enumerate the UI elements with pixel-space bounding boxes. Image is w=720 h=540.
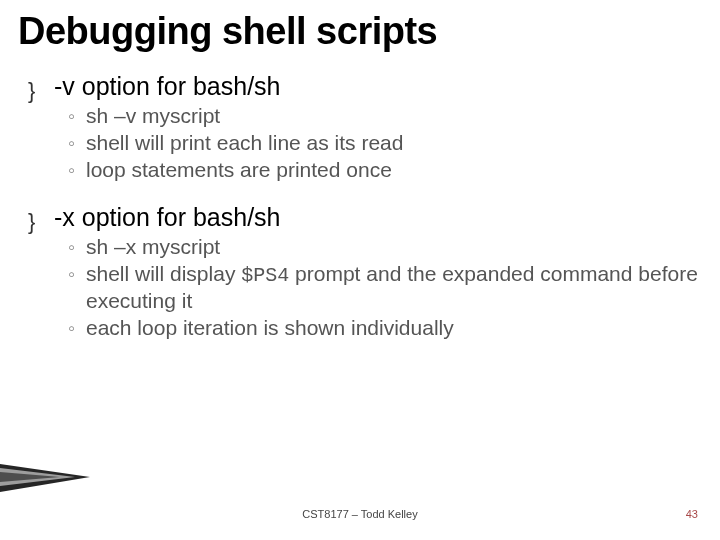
sub-bullet-text: sh –v myscript xyxy=(86,103,220,130)
sub-bullet-text: shell will print each line as its read xyxy=(86,130,403,157)
sub-bullet-icon: ◦ xyxy=(68,105,86,128)
sub-bullet-icon: ◦ xyxy=(68,263,86,286)
bullet-text: -v option for bash/sh xyxy=(54,71,281,101)
sub-bullet-text: sh –x myscript xyxy=(86,234,220,261)
slide-footer: CST8177 – Todd Kelley 43 xyxy=(0,508,720,520)
bullet-level1: } -x option for bash/sh xyxy=(28,202,702,232)
bullet-level2: ◦ each loop iteration is shown individua… xyxy=(68,315,702,342)
svg-marker-2 xyxy=(0,472,60,482)
bullet-level2: ◦ shell will display $PS4 prompt and the… xyxy=(68,261,702,315)
page-number: 43 xyxy=(686,508,698,520)
accent-graphic xyxy=(0,464,90,492)
svg-marker-0 xyxy=(0,464,90,492)
sub-bullet-icon: ◦ xyxy=(68,132,86,155)
svg-marker-1 xyxy=(0,468,75,486)
sub-bullet-text: loop statements are printed once xyxy=(86,157,392,184)
bullet-icon: } xyxy=(28,211,54,233)
footer-text: CST8177 – Todd Kelley xyxy=(22,508,698,520)
sub-bullet-icon: ◦ xyxy=(68,159,86,182)
slide-body: Debugging shell scripts } -v option for … xyxy=(0,0,720,342)
slide-title: Debugging shell scripts xyxy=(18,10,702,53)
slide-content: } -v option for bash/sh ◦ sh –v myscript… xyxy=(18,71,702,342)
bullet-icon: } xyxy=(28,80,54,102)
bullet-level2: ◦ sh –x myscript xyxy=(68,234,702,261)
sub-bullet-text: each loop iteration is shown individuall… xyxy=(86,315,454,342)
sub-bullet-icon: ◦ xyxy=(68,236,86,259)
bullet-level2: ◦ loop statements are printed once xyxy=(68,157,702,184)
bullet-level2: ◦ shell will print each line as its read xyxy=(68,130,702,157)
bullet-level2: ◦ sh –v myscript xyxy=(68,103,702,130)
sub-bullet-group: ◦ sh –x myscript ◦ shell will display $P… xyxy=(28,234,702,342)
sub-bullet-icon: ◦ xyxy=(68,317,86,340)
sub-bullet-text: shell will display $PS4 prompt and the e… xyxy=(86,261,702,315)
code-token: $PS4 xyxy=(241,264,289,287)
sub-bullet-group: ◦ sh –v myscript ◦ shell will print each… xyxy=(28,103,702,184)
bullet-text: -x option for bash/sh xyxy=(54,202,281,232)
bullet-level1: } -v option for bash/sh xyxy=(28,71,702,101)
